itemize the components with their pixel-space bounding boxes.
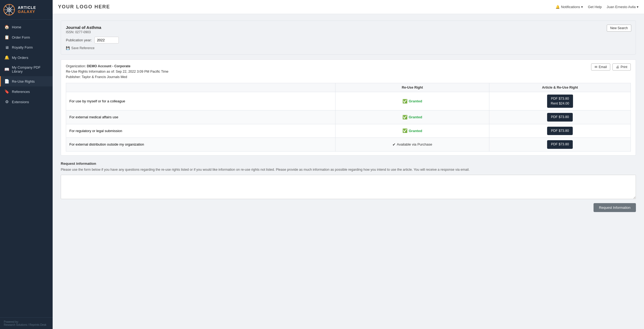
table-row: For external distribution outside my org… <box>66 138 631 152</box>
as-of-label: Re-Use Rights Information as of: <box>66 70 115 73</box>
email-label: Email <box>599 65 607 69</box>
references-icon: 🔖 <box>4 89 9 94</box>
sidebar-item-order-form[interactable]: 📋 Order Form <box>0 32 53 42</box>
granted-badge: ✅ Granted <box>402 99 422 104</box>
request-textarea[interactable] <box>61 175 636 199</box>
request-info-btn-row: Request Information <box>61 203 636 212</box>
print-icon: 🖨 <box>616 65 619 69</box>
check-circle-icon: ✅ <box>402 99 408 104</box>
price-button[interactable]: PDF $73.80 <box>547 113 573 122</box>
save-icon: 💾 <box>66 46 70 50</box>
pub-year-row: Publication year: <box>66 37 631 43</box>
org-name: DEMO Account - Corporate <box>87 64 130 68</box>
col-reuse-right: Re-Use Right <box>335 83 489 92</box>
user-chevron: ▾ <box>637 5 639 9</box>
get-help-button[interactable]: Get Help <box>588 5 602 9</box>
sidebar-logo: ARTICLE GALAXY <box>0 0 53 20</box>
save-reference-label: Save Reference <box>71 46 94 50</box>
topbar-right: 🔔 Notifications ▾ Get Help Juan Ernesto … <box>555 5 639 9</box>
use-case-cell: For external medical affairs use <box>66 110 335 124</box>
sidebar-item-label-extensions: Extensions <box>12 100 29 104</box>
rights-actions: ✉ Email 🖨 Print <box>591 63 631 70</box>
print-button[interactable]: 🖨 Print <box>612 63 631 70</box>
sidebar-item-extensions[interactable]: ⚙ Extensions <box>0 97 53 107</box>
table-row: For regulatory or legal submission✅ Gran… <box>66 124 631 138</box>
rights-org-info: Organization: DEMO Account - Corporate R… <box>66 63 168 80</box>
page-content: New Search Journal of Asthma ISSN: 0277-… <box>53 14 644 329</box>
brand-article: ARTICLE <box>18 6 36 10</box>
sidebar-item-royalty-form[interactable]: 🖥 Royalty Form <box>0 42 53 52</box>
price-button[interactable]: PDF $73.80Rent $24.00 <box>547 95 573 108</box>
notifications-chevron: ▾ <box>581 5 583 9</box>
price-button[interactable]: PDF $73.80 <box>547 127 573 135</box>
check-circle-icon: ✅ <box>402 115 408 120</box>
sidebar-item-label-references: References <box>12 90 30 94</box>
sidebar-item-label-order-form: Order Form <box>12 35 30 39</box>
right-cell: ✅ Granted <box>335 124 489 138</box>
use-case-cell: For use by myself or for a colleague <box>66 92 335 110</box>
publisher-name: Taylor & Francis Journals Med <box>82 75 127 79</box>
sidebar-item-label-re-use-rights: Re-Use Rights <box>12 79 35 83</box>
my-orders-icon: 🔔 <box>4 55 9 60</box>
col-article-reuse: Article & Re-Use Right <box>489 83 631 92</box>
available-badge: ✔ Available via Purchase <box>392 142 432 147</box>
new-search-button[interactable]: New Search <box>607 25 631 32</box>
sidebar-item-label-pdf-library: My Company PDF Library <box>12 65 48 73</box>
main-content: YOUR LOGO HERE 🔔 Notifications ▾ Get Hel… <box>53 0 644 329</box>
use-case-cell: For regulatory or legal submission <box>66 124 335 138</box>
price-cell: PDF $73.80 <box>489 110 631 124</box>
royalty-form-icon: 🖥 <box>4 45 9 50</box>
sidebar-item-pdf-library[interactable]: 📖 My Company PDF Library <box>0 63 53 76</box>
notifications-label: Notifications <box>561 5 580 9</box>
bell-icon: 🔔 <box>555 5 560 9</box>
journal-title: Journal of Asthma <box>66 25 631 30</box>
table-row: For external medical affairs use✅ Grante… <box>66 110 631 124</box>
home-icon: 🏠 <box>4 25 9 29</box>
order-form-icon: 📋 <box>4 35 9 40</box>
pub-year-input[interactable] <box>94 37 119 43</box>
footer-line2: Research Solutions / Reprints Desk <box>4 323 49 326</box>
rights-header: Organization: DEMO Account - Corporate R… <box>66 63 631 80</box>
pdf-library-icon: 📖 <box>4 67 9 72</box>
request-info-button[interactable]: Request Information <box>594 203 636 212</box>
sidebar-item-home[interactable]: 🏠 Home <box>0 22 53 32</box>
email-button[interactable]: ✉ Email <box>591 63 610 70</box>
sidebar-nav: 🏠 Home 📋 Order Form 🖥 Royalty Form 🔔 My … <box>0 20 53 317</box>
extensions-icon: ⚙ <box>4 99 9 104</box>
save-reference-button[interactable]: 💾 Save Reference <box>66 46 631 50</box>
granted-badge: ✅ Granted <box>402 115 422 120</box>
sidebar-item-label-my-orders: My Orders <box>12 56 28 60</box>
re-use-rights-icon: 📄 <box>4 79 9 84</box>
sidebar-item-my-orders[interactable]: 🔔 My Orders <box>0 52 53 63</box>
sidebar-item-label-royalty-form: Royalty Form <box>12 45 33 49</box>
use-case-cell: For external distribution outside my org… <box>66 138 335 152</box>
email-icon: ✉ <box>595 65 597 69</box>
print-label: Print <box>621 65 627 69</box>
price-cell: PDF $73.80 <box>489 124 631 138</box>
col-use-case <box>66 83 335 92</box>
as-of-date: Sep 22, 2022 3:09 PM Pacific Time <box>116 70 168 73</box>
logo-icon <box>3 4 15 16</box>
sidebar-item-re-use-rights[interactable]: 📄 Re-Use Rights <box>0 76 53 86</box>
publisher-label: Publisher: <box>66 75 81 79</box>
topbar: YOUR LOGO HERE 🔔 Notifications ▾ Get Hel… <box>53 0 644 14</box>
right-cell: ✅ Granted <box>335 110 489 124</box>
right-cell: ✔ Available via Purchase <box>335 138 489 152</box>
price-cell: PDF $73.80 <box>489 138 631 152</box>
request-info-title: Request information <box>61 162 636 166</box>
sidebar-item-label-home: Home <box>12 25 21 29</box>
price-button[interactable]: PDF $73.80 <box>547 140 573 149</box>
footer-line1: Powered by: <box>4 320 49 323</box>
user-menu-button[interactable]: Juan Ernesto Avila ▾ <box>607 5 639 9</box>
right-cell: ✅ Granted <box>335 92 489 110</box>
brand-galaxy: GALAXY <box>18 10 36 14</box>
sidebar-footer: Powered by: Research Solutions / Reprint… <box>0 317 53 329</box>
sidebar-item-references[interactable]: 🔖 References <box>0 86 53 97</box>
request-info-section: Request information Please use the form … <box>61 162 636 212</box>
notifications-button[interactable]: 🔔 Notifications ▾ <box>555 5 583 9</box>
journal-issn: ISSN: 0277-0903 <box>66 30 631 34</box>
rights-section: Organization: DEMO Account - Corporate R… <box>61 59 636 156</box>
sidebar: ARTICLE GALAXY 🏠 Home 📋 Order Form 🖥 Roy… <box>0 0 53 329</box>
check-circle-icon: ✅ <box>402 128 408 133</box>
pub-year-label: Publication year: <box>66 38 92 42</box>
